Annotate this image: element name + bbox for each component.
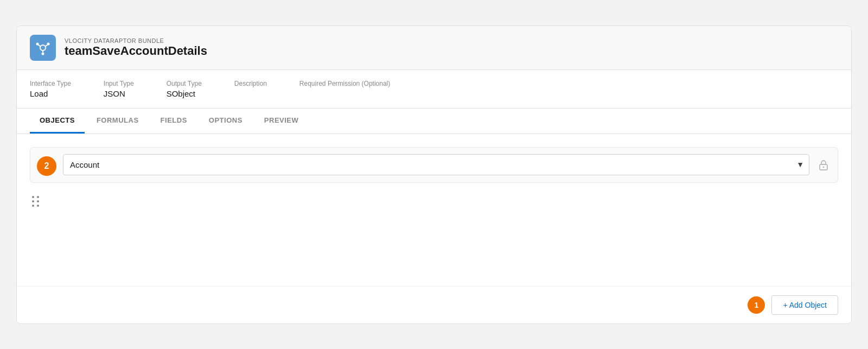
svg-line-4 xyxy=(39,45,41,46)
tabs-bar: OBJECTS FORMULAS FIELDS OPTIONS PREVIEW xyxy=(17,109,851,134)
tab-options[interactable]: OPTIONS xyxy=(199,109,252,134)
tab-formulas[interactable]: FORMULAS xyxy=(87,109,149,134)
description-item: Description xyxy=(234,80,267,98)
object-row: 2 Account Contact Opportunity Lead Case … xyxy=(30,147,838,183)
object-badge: 2 xyxy=(37,156,56,176)
meta-row: Interface Type Load Input Type JSON Outp… xyxy=(17,70,851,109)
object-select[interactable]: Account Contact Opportunity Lead Case xyxy=(63,154,809,175)
output-type-item: Output Type SObject xyxy=(167,80,202,98)
tab-preview[interactable]: PREVIEW xyxy=(254,109,308,134)
svg-point-3 xyxy=(42,52,44,55)
interface-type-item: Interface Type Load xyxy=(30,80,71,98)
required-permission-label: Required Permission (Optional) xyxy=(299,80,390,87)
output-type-label: Output Type xyxy=(167,80,202,87)
header-text: VLOCITY DATARAPTOR BUNDLE teamSaveAccoun… xyxy=(65,37,207,58)
svg-point-0 xyxy=(40,45,46,50)
add-object-button[interactable]: + Add Object xyxy=(771,295,838,315)
lock-icon xyxy=(816,157,831,173)
header-title: teamSaveAccountDetails xyxy=(65,44,207,58)
description-label: Description xyxy=(234,80,267,87)
main-card: VLOCITY DATARAPTOR BUNDLE teamSaveAccoun… xyxy=(16,26,852,324)
input-type-value: JSON xyxy=(104,89,134,98)
header: VLOCITY DATARAPTOR BUNDLE teamSaveAccoun… xyxy=(17,26,851,70)
tab-content: 2 Account Contact Opportunity Lead Case … xyxy=(17,134,851,286)
tab-objects[interactable]: OBJECTS xyxy=(30,109,85,134)
output-type-value: SObject xyxy=(167,89,202,98)
footer: 1 + Add Object xyxy=(17,286,851,323)
drag-dots-icon xyxy=(32,196,40,207)
required-permission-item: Required Permission (Optional) xyxy=(299,80,390,98)
footer-badge: 1 xyxy=(748,296,765,314)
object-select-wrapper: Account Contact Opportunity Lead Case ▼ xyxy=(63,154,809,175)
input-type-item: Input Type JSON xyxy=(104,80,134,98)
interface-type-label: Interface Type xyxy=(30,80,71,87)
tab-fields[interactable]: FIELDS xyxy=(151,109,197,134)
header-subtitle: VLOCITY DATARAPTOR BUNDLE xyxy=(65,37,207,44)
svg-line-5 xyxy=(46,45,48,46)
svg-point-8 xyxy=(823,166,825,168)
app-icon xyxy=(30,35,56,61)
interface-type-value: Load xyxy=(30,89,71,98)
input-type-label: Input Type xyxy=(104,80,134,87)
drag-handle[interactable] xyxy=(30,189,838,207)
